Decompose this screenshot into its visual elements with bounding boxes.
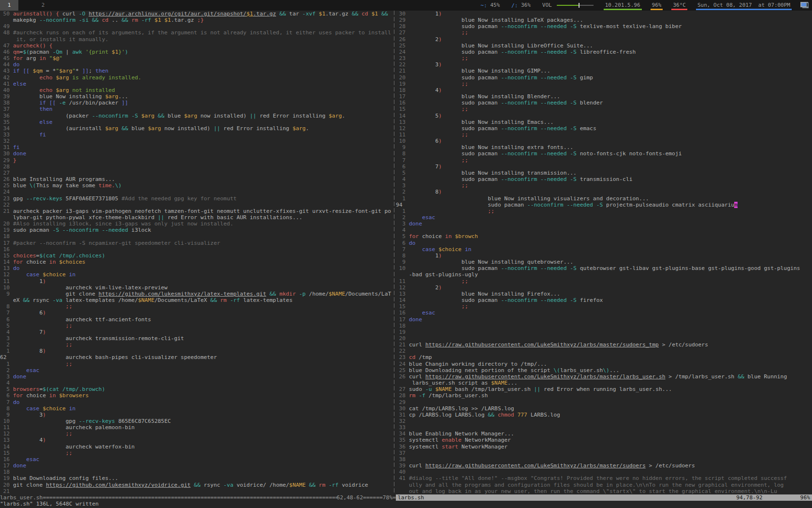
code-row[interactable]: 1 ;; [396, 208, 812, 214]
code-row[interactable]: 27 ;; [396, 30, 812, 36]
code-row[interactable]: 14 aurcheck waterfox-bin [0, 444, 393, 450]
code-row[interactable]: 26curl https://raw.githubusercontent.com… [396, 374, 812, 380]
code-row[interactable]: 5browsers=$(cat /tmp/.browch) [0, 386, 393, 392]
code-row[interactable]: 6for choice in $browsers [0, 392, 393, 399]
code-row[interactable]: 15 ;; [396, 106, 812, 112]
code-row[interactable]: 7 6) [0, 310, 393, 316]
code-row[interactable]: larbs_user.sh script as $NAME... [396, 380, 812, 386]
code-row[interactable]: 18 [0, 233, 393, 239]
code-row[interactable]: 4 [396, 227, 812, 233]
code-row[interactable]: it, or installs it manually. [0, 36, 393, 43]
code-row[interactable]: 6do [396, 240, 812, 246]
code-row[interactable]: 11 aurcheck palemoon-bin [0, 424, 393, 431]
code-row[interactable]: 24blue Changin working directory to /tmp… [396, 361, 812, 367]
code-row[interactable]: 20 [396, 335, 812, 342]
code-row[interactable]: 7 ;; [396, 157, 812, 164]
code-row[interactable]: 39curl https://raw.githubusercontent.com… [396, 463, 812, 469]
code-row[interactable]: 10 sudo pacman --noconfirm --needed -S q… [396, 265, 812, 271]
code-row[interactable]: 37 then [0, 106, 393, 112]
code-row[interactable]: 21aurcheck packer i3-gaps vim-pathogen n… [0, 208, 393, 214]
code-row[interactable]: 17#packer --noconfirm -S ncpamixer-git s… [0, 240, 393, 246]
code-row[interactable]: 4 sudo pacman --noconfirm --needed -S tr… [396, 176, 812, 182]
code-row[interactable]: 49 [0, 23, 393, 30]
code-row[interactable]: 22 [0, 202, 393, 208]
code-row[interactable]: 33 fi [0, 132, 393, 138]
code-row[interactable]: 14for choice in $choices [0, 259, 393, 265]
code-row[interactable]: 24 [0, 189, 393, 195]
code-row[interactable]: 5 blue Now installing transmission... [396, 170, 812, 176]
code-row[interactable]: 16 esac [0, 456, 393, 463]
code-row[interactable]: 34 (aurinstall $arg && blue $arg now ins… [0, 125, 393, 132]
code-row[interactable]: 41else [0, 81, 393, 87]
code-row[interactable]: 30cat /tmp/LARBS.log >> /LARBS.log [396, 405, 812, 412]
code-row[interactable]: 38 if [[ -e /usr/bin/packer ]] [0, 100, 393, 106]
code-row[interactable]: 29 [396, 399, 812, 405]
code-row[interactable]: 17done [0, 463, 393, 469]
code-row[interactable]: 2 esac [396, 214, 812, 221]
code-row[interactable]: 7 case $choice in [396, 246, 812, 253]
code-row[interactable]: 19sudo pacman -S --noconfirm --needed i3… [0, 227, 393, 233]
code-row[interactable]: 42 echo $arg is already installed. [0, 75, 393, 81]
code-row[interactable]: 35systemctl enable NetworkManager [396, 437, 812, 443]
code-row[interactable]: 19 [396, 329, 812, 335]
code-row[interactable]: 28rm -f /tmp/larbs_user.sh [396, 392, 812, 399]
code-row[interactable]: 26blue Installing AUR programs... [0, 176, 393, 182]
code-row[interactable]: makepkg --noconfirm -si && cd .. && rm -… [0, 17, 393, 23]
code-row[interactable]: 7do [0, 399, 393, 405]
code-row[interactable]: 33 [396, 424, 812, 431]
code-row[interactable]: 19 ;; [396, 81, 812, 87]
code-row[interactable]: 1 8) [0, 348, 393, 354]
code-row[interactable]: 28 [0, 164, 393, 170]
code-row[interactable]: 23cd /tmp [396, 354, 812, 360]
code-row[interactable]: 23gpg --recv-keys 5FAF0A6EE7371805 #Add … [0, 195, 393, 202]
code-row[interactable]: 3 ;; [396, 182, 812, 189]
code-row[interactable]: 13do [0, 265, 393, 271]
systray-display-icon[interactable] [800, 1, 809, 9]
code-row[interactable]: 13 blue Now installing Emacs... [396, 119, 812, 125]
code-row[interactable]: 9 blue Now installing qutebrowser... [396, 259, 812, 265]
code-row[interactable]: 11 ;; [396, 278, 812, 284]
code-row[interactable]: 9 git clone https://github.com/lukesmith… [0, 291, 393, 297]
code-row[interactable]: 5for choice in $browch [396, 233, 812, 239]
code-row[interactable]: 35 else [0, 119, 393, 125]
code-row[interactable]: 29 blue Now installing LaTeX packages... [396, 17, 812, 23]
code-row[interactable]: 29} [0, 157, 393, 164]
code-row[interactable]: 27 [0, 170, 393, 176]
code-row[interactable]: 22 3) [396, 61, 812, 68]
code-row[interactable]: 27sudo -u $NAME bash /tmp/larbs_user.sh … [396, 386, 812, 392]
code-row[interactable]: 17done [396, 316, 812, 323]
code-row[interactable]: 41#dialog --title "All done!" --msgbox "… [396, 475, 812, 481]
code-row[interactable]: 15choices=$(cat /tmp/.choices) [0, 253, 393, 259]
code-row[interactable]: 6 7) [396, 164, 812, 170]
code-row[interactable]: 36 (packer --noconfirm -S $arg && blue $… [0, 113, 393, 119]
code-row[interactable]: ully and all the programs and configurat… [396, 482, 812, 488]
workspace-button-2[interactable]: 2 [34, 0, 52, 11]
code-row[interactable]: 17 blue Now installing Blender... [396, 93, 812, 100]
code-row[interactable]: 2 esac [0, 367, 393, 374]
code-row[interactable]: 8 1) [396, 253, 812, 259]
code-row[interactable]: 4 7) [0, 329, 393, 335]
code-row[interactable]: 34blue Enabling Network Manager... [396, 431, 812, 437]
code-row[interactable]: 18 [396, 323, 812, 329]
code-row[interactable]: 21curl https://raw.githubusercontent.com… [396, 342, 812, 348]
code-row[interactable]: 37 [396, 450, 812, 456]
code-row[interactable]: 32 [0, 138, 393, 144]
code-row[interactable]: 4 [0, 380, 393, 386]
code-row[interactable]: 18 [0, 469, 393, 475]
code-row[interactable]: 9 blue Now installing extra fonts... [396, 144, 812, 150]
code-row[interactable]: 11 1) [0, 278, 393, 284]
code-row[interactable]: -bad gst-plugins-ugly [396, 271, 812, 278]
code-row[interactable]: 31cp /LARBS.log LARBS.log && chmod 777 L… [396, 412, 812, 418]
code-row[interactable]: 28 sudo pacman --noconfirm --needed -S t… [396, 23, 812, 30]
code-row[interactable]: 40 echo $arg not installed [0, 87, 393, 93]
code-row[interactable]: 24 sudo pacman --noconfirm --needed -S l… [396, 49, 812, 55]
code-row[interactable]: 31fi [0, 144, 393, 150]
code-row[interactable]: 3done [0, 374, 393, 380]
code-row[interactable]: 38 [396, 456, 812, 463]
code-row[interactable]: 13 4) [0, 437, 393, 443]
code-row[interactable]: eX && rsync -va latex-templates /home/$N… [0, 297, 393, 303]
code-row[interactable]: 14 5) [396, 113, 812, 119]
volume-slider[interactable] [557, 5, 594, 6]
code-row[interactable]: 16 [0, 246, 393, 253]
code-row[interactable]: 8 ;; [0, 303, 393, 310]
